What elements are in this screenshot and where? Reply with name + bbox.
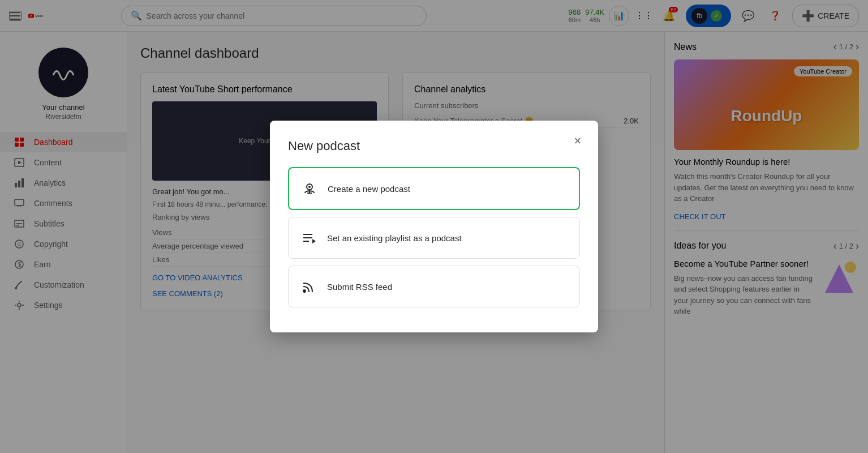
rss-feed-label: Submit RSS feed — [327, 282, 392, 292]
podcast-icon — [300, 180, 319, 198]
set-existing-playlist-btn[interactable]: Set an existing playlist as a podcast — [288, 217, 580, 259]
playlist-icon — [300, 229, 318, 247]
svg-point-26 — [308, 186, 311, 188]
create-new-label: Create a new podcast — [328, 184, 410, 194]
rss-icon — [300, 277, 318, 296]
create-new-podcast-btn[interactable]: Create a new podcast — [288, 167, 580, 210]
modal-overlay[interactable]: New podcast × Create a new podcast — [0, 0, 868, 453]
existing-playlist-label: Set an existing playlist as a podcast — [327, 233, 462, 243]
podcast-modal: New podcast × Create a new podcast — [270, 121, 598, 332]
modal-close-button[interactable]: × — [569, 132, 587, 150]
submit-rss-btn[interactable]: Submit RSS feed — [288, 266, 580, 307]
svg-point-31 — [303, 289, 306, 293]
svg-marker-30 — [312, 239, 316, 243]
modal-title: New podcast — [288, 139, 580, 153]
